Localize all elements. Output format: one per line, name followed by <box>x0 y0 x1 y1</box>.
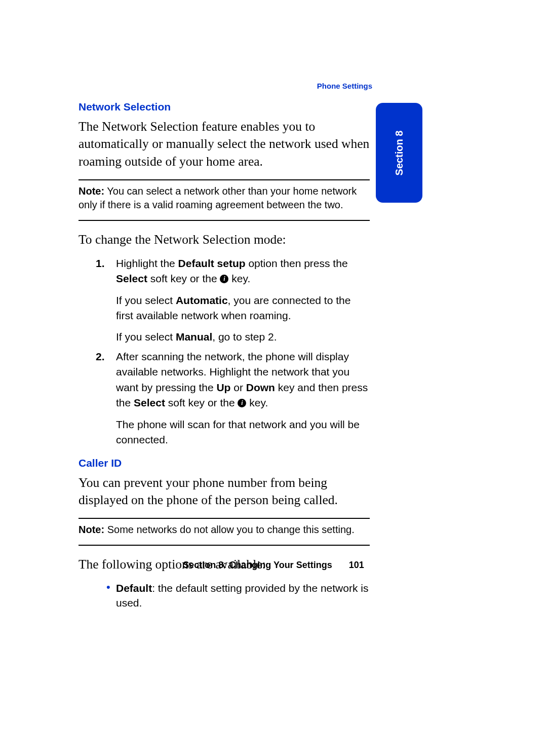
option-desc: : the default setting provided by the ne… <box>116 582 368 609</box>
network-selection-intro: The Network Selection feature enables yo… <box>79 118 370 170</box>
footer-chapter: Section 8: Changing Your Settings <box>183 560 332 570</box>
step-bold: Automatic <box>176 294 228 306</box>
divider <box>79 179 370 180</box>
manual-page: Phone Settings Section 8 Network Selecti… <box>0 0 547 756</box>
step-1: 1. Highlight the Default setup option th… <box>79 256 370 345</box>
heading-network-selection: Network Selection <box>79 101 370 113</box>
step-bold: Default setup <box>178 257 246 269</box>
ok-key-icon <box>238 399 246 407</box>
heading-caller-id: Caller ID <box>79 457 370 469</box>
network-selection-lead: To change the Network Selection mode: <box>79 231 370 248</box>
note-label: Note: <box>79 185 104 197</box>
step-text: , go to step 2. <box>212 331 277 343</box>
step-text: or <box>230 382 246 393</box>
divider <box>79 545 370 546</box>
footer-page-number: 101 <box>349 560 364 571</box>
step-number: 1. <box>96 256 105 271</box>
section-tab-label: Section 8 <box>394 130 405 175</box>
note-body: You can select a network other than your… <box>79 185 357 210</box>
ok-key-icon <box>220 275 228 283</box>
step-bold: Manual <box>176 331 212 343</box>
step-para: If you select Automatic, you are connect… <box>116 293 370 324</box>
steps-list: 1. Highlight the Default setup option th… <box>79 256 370 448</box>
header-breadcrumb: Phone Settings <box>317 82 372 90</box>
step-text: key. <box>246 397 268 408</box>
caller-id-intro: You can prevent your phone number from b… <box>79 474 370 509</box>
list-item: Default: the default setting provided by… <box>79 581 370 611</box>
step-text: key. <box>228 273 250 284</box>
note-body: Some networks do not allow you to change… <box>104 524 355 535</box>
section-tab: Section 8 <box>376 103 422 203</box>
note-caller-id: Note: Some networks do not allow you to … <box>79 523 370 537</box>
step-text: If you select <box>116 331 176 343</box>
step-text: soft key or the <box>147 273 220 284</box>
step-bold: Select <box>116 273 147 284</box>
step-para: The phone will scan for that network and… <box>116 417 370 448</box>
step-text: Highlight the <box>116 257 178 269</box>
step-2: 2. After scanning the network, the phone… <box>79 349 370 448</box>
divider <box>79 518 370 519</box>
step-number: 2. <box>96 349 105 364</box>
page-footer: Section 8: Changing Your Settings 101 <box>0 560 547 571</box>
step-bold: Down <box>246 382 275 393</box>
note-network-selection: Note: You can select a network other tha… <box>79 184 370 212</box>
divider <box>79 220 370 221</box>
options-list: Default: the default setting provided by… <box>79 581 370 611</box>
note-label: Note: <box>79 524 104 535</box>
step-bold: Up <box>216 382 230 393</box>
step-bold: Select <box>134 397 165 408</box>
step-text: option then press the <box>246 257 348 269</box>
content-column: Network Selection The Network Selection … <box>79 101 370 611</box>
step-para: If you select Manual, go to step 2. <box>116 329 370 345</box>
option-name: Default <box>116 582 152 594</box>
step-text: If you select <box>116 294 176 306</box>
step-text: soft key or the <box>165 397 238 408</box>
